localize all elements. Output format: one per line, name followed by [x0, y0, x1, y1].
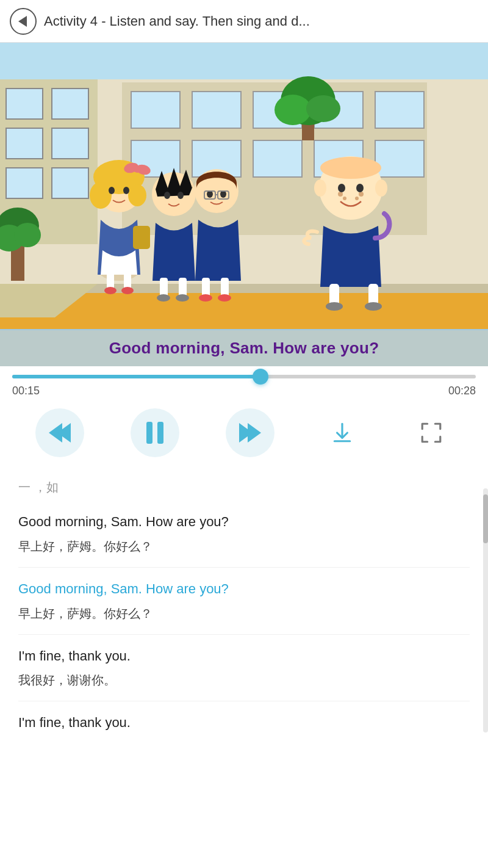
- svg-rect-7: [6, 168, 43, 198]
- svg-point-23: [14, 223, 41, 247]
- svg-rect-10: [131, 92, 180, 128]
- time-total: 00:28: [448, 385, 476, 397]
- svg-rect-8: [52, 168, 88, 198]
- svg-point-71: [314, 179, 326, 197]
- transcript-en-4: I'm fine, thank you.: [18, 714, 470, 732]
- svg-point-40: [123, 187, 129, 194]
- svg-rect-14: [375, 92, 424, 128]
- scrollbar-track[interactable]: [483, 488, 488, 732]
- svg-rect-5: [6, 128, 43, 159]
- svg-rect-17: [253, 140, 302, 177]
- svg-point-34: [90, 182, 112, 209]
- controls-area: 00:15 00:28: [0, 366, 488, 469]
- svg-rect-45: [133, 226, 150, 249]
- rewind-button[interactable]: [35, 408, 84, 457]
- transcript-en-2: Good morning, Sam. How are you?: [18, 580, 470, 599]
- download-button[interactable]: [321, 411, 364, 454]
- transcript-zh-1: 早上好，萨姆。你好么？: [18, 538, 470, 555]
- pause-button[interactable]: [131, 408, 179, 457]
- svg-point-62: [218, 294, 231, 302]
- progress-bar[interactable]: [12, 375, 476, 378]
- video-player: Good morning, Sam. How are you?: [0, 43, 488, 366]
- transcript-zh-2: 早上好，萨姆。你好么？: [18, 605, 470, 622]
- svg-point-43: [104, 287, 117, 294]
- svg-point-70: [356, 184, 364, 192]
- svg-point-26: [274, 95, 311, 125]
- transcript-partial: 一 ，如: [18, 469, 470, 501]
- svg-point-27: [306, 95, 340, 122]
- svg-point-72: [375, 179, 387, 197]
- transcript-zh-3: 我很好，谢谢你。: [18, 671, 470, 689]
- back-arrow-icon: [18, 16, 27, 27]
- svg-point-35: [128, 184, 146, 206]
- transcript-block-3[interactable]: I'm fine, thank you. 我很好，谢谢你。: [18, 635, 470, 702]
- transcript-en-1: Good morning, Sam. How are you?: [18, 513, 470, 532]
- fullscreen-icon: [420, 421, 443, 444]
- svg-point-69: [338, 184, 345, 192]
- fullscreen-button[interactable]: [410, 411, 453, 454]
- rewind-icon: [49, 423, 71, 443]
- transcript-area: 一 ，如 Good morning, Sam. How are you? 早上好…: [0, 469, 488, 775]
- svg-point-52: [176, 294, 189, 302]
- svg-point-48: [178, 192, 184, 199]
- svg-rect-74: [368, 284, 378, 305]
- svg-point-47: [164, 192, 170, 199]
- time-current: 00:15: [12, 385, 40, 397]
- svg-rect-4: [52, 89, 88, 119]
- header: Activity 4 - Listen and say. Then sing a…: [0, 0, 488, 43]
- scrollbar-thumb[interactable]: [483, 494, 488, 543]
- svg-point-67: [343, 197, 346, 200]
- subtitle-bar: Good morning, Sam. How are you?: [0, 329, 488, 366]
- progress-thumb[interactable]: [253, 369, 268, 385]
- svg-point-65: [338, 192, 343, 197]
- svg-point-44: [121, 287, 134, 294]
- forward-icon: [239, 423, 261, 443]
- svg-point-38: [134, 165, 141, 173]
- svg-point-64: [320, 157, 381, 179]
- transcript-block-2[interactable]: Good morning, Sam. How are you? 早上好，萨姆。你…: [18, 568, 470, 635]
- time-row: 00:15 00:28: [12, 385, 476, 397]
- cartoon-scene: [0, 43, 488, 366]
- progress-fill: [12, 375, 260, 378]
- svg-point-75: [326, 302, 343, 311]
- transcript-block-4[interactable]: I'm fine, thank you.: [18, 701, 470, 751]
- back-button[interactable]: [10, 8, 37, 35]
- download-icon: [331, 421, 354, 444]
- svg-rect-19: [375, 140, 424, 177]
- svg-rect-73: [329, 284, 339, 305]
- pause-icon: [146, 422, 163, 444]
- svg-point-61: [199, 294, 212, 302]
- svg-rect-6: [52, 128, 88, 159]
- svg-point-76: [365, 302, 382, 311]
- transcript-block-1[interactable]: Good morning, Sam. How are you? 早上好，萨姆。你…: [18, 501, 470, 568]
- control-buttons: [12, 408, 476, 457]
- subtitle-text: Good morning, Sam. How are you?: [109, 339, 379, 357]
- svg-point-68: [355, 197, 359, 200]
- forward-button[interactable]: [226, 408, 274, 457]
- svg-point-51: [157, 294, 170, 302]
- svg-point-66: [359, 192, 364, 197]
- page-title: Activity 4 - Listen and say. Then sing a…: [44, 13, 310, 29]
- svg-rect-3: [6, 89, 43, 119]
- transcript-en-3: I'm fine, thank you.: [18, 647, 470, 666]
- svg-rect-11: [192, 92, 241, 128]
- svg-point-39: [109, 187, 115, 194]
